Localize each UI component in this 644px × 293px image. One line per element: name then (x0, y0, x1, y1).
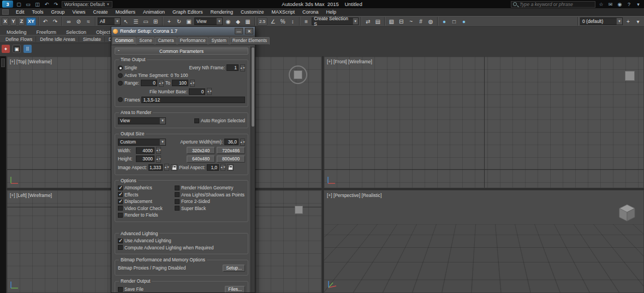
dialog-title-bar[interactable]: Render Setup: Corona 1.7 — ✕ (111, 27, 255, 35)
workspace-selector[interactable]: Workspace: Default ▼ (62, 1, 112, 8)
selection-filter-dropdown[interactable]: All ▼ (98, 17, 121, 25)
viewcube[interactable] (294, 70, 302, 79)
menu-animation[interactable]: Animation (139, 8, 169, 15)
preset-320x240-button[interactable]: 320x240 (187, 147, 215, 154)
ribbon-tab-modeling[interactable]: Modeling (2, 29, 31, 35)
range-from-field[interactable]: 0 (141, 80, 157, 86)
undo-icon[interactable]: ↶ (41, 17, 50, 26)
range-to-field[interactable]: 100 (172, 80, 188, 86)
ribbon-simulate[interactable]: Simulate (80, 37, 105, 42)
axis-xy-button[interactable]: XY (26, 17, 36, 26)
spinner-arrows[interactable]: ▲▼ (240, 64, 245, 71)
menu-group[interactable]: Group (47, 8, 69, 15)
single-radio[interactable] (118, 65, 123, 70)
unlink-selection-icon[interactable]: ⊘ (74, 17, 83, 26)
compute-advanced-lighting-checkbox[interactable] (118, 245, 123, 250)
help-menu-icon[interactable]: ▾ (635, 1, 642, 8)
pixel-aspect-lock-icon[interactable] (227, 164, 234, 171)
aperture-width-field[interactable]: 36,0 (224, 139, 238, 145)
tab-render-elements[interactable]: Render Elements (230, 37, 270, 45)
render-production-icon[interactable]: ● (460, 17, 468, 26)
viewport-front[interactable]: [+] [Front] [Wireframe] (324, 56, 644, 188)
layer-options-icon[interactable]: ▾ (634, 17, 642, 26)
keyboard-override-icon[interactable]: ▦ (243, 17, 252, 26)
tab-camera[interactable]: Camera (155, 37, 176, 45)
render-setup-icon[interactable]: ● (440, 17, 449, 26)
application-menu-button[interactable]: 3 (2, 1, 13, 8)
viewcube[interactable] (617, 202, 637, 222)
layer-manager-icon[interactable]: ▧ (387, 17, 396, 26)
mirror-icon[interactable]: ⇄ (363, 17, 372, 26)
menu-corona[interactable]: Corona (299, 8, 323, 15)
menu-graph-editors[interactable]: Graph Editors (169, 8, 207, 15)
tab-performance[interactable]: Performance (177, 37, 208, 45)
height-field[interactable]: 3000 (136, 156, 154, 162)
scene-explorer-icon[interactable]: ⊟ (397, 17, 406, 26)
image-aspect-field[interactable]: 1,333 (148, 164, 163, 171)
axis-y-button[interactable]: Y (10, 17, 17, 26)
populate-simulate-icon[interactable]: ⠿ (23, 45, 32, 53)
width-field[interactable]: 4000 (136, 147, 154, 154)
area-lights-checkbox[interactable] (175, 192, 180, 197)
displacement-checkbox[interactable] (118, 199, 123, 204)
dialog-scrollbar[interactable] (251, 46, 255, 292)
select-and-move-icon[interactable]: + (165, 17, 174, 26)
schematic-view-icon[interactable]: # (416, 17, 425, 26)
force-2-sided-checkbox[interactable] (175, 199, 180, 204)
edit-named-sets-icon[interactable]: ≡ (302, 17, 311, 26)
window-crossing-icon[interactable]: ⊞ (151, 17, 160, 26)
preset-720x486-button[interactable]: 720x486 (217, 147, 245, 154)
snaps-toggle-button[interactable]: 2.5 (257, 17, 267, 26)
viewcube[interactable] (295, 206, 303, 214)
menu-tools[interactable]: Tools (28, 8, 47, 15)
collapse-icon[interactable]: - (118, 47, 120, 53)
communication-icon[interactable]: ✉ (607, 1, 614, 8)
percent-snap-icon[interactable]: % (278, 17, 287, 26)
create-layer-icon[interactable]: + (624, 17, 633, 26)
angle-snap-icon[interactable]: ∠ (269, 17, 277, 26)
area-to-render-dropdown[interactable]: View ▼ (118, 117, 166, 124)
menu-rendering[interactable]: Rendering (207, 8, 237, 15)
spinner-arrows[interactable]: ▲▼ (156, 156, 161, 163)
files-button[interactable]: Files... (225, 286, 245, 293)
menu-maxscript[interactable]: MAXScript (268, 8, 299, 15)
super-black-checkbox[interactable] (175, 206, 180, 211)
video-color-check-checkbox[interactable] (118, 206, 123, 211)
active-time-segment-radio[interactable] (118, 73, 123, 78)
tab-scene[interactable]: Scene (136, 37, 154, 45)
output-size-preset-dropdown[interactable]: Custom ▼ (118, 139, 166, 146)
viewport-layout-tabs[interactable] (0, 56, 6, 293)
image-aspect-lock-icon[interactable] (171, 164, 177, 171)
viewport-left-label[interactable]: [+] [Left] [Wireframe] (10, 193, 52, 198)
save-file-icon[interactable]: ◫ (34, 1, 41, 8)
pixel-aspect-field[interactable]: 1,0 (207, 164, 219, 171)
spinner-arrows[interactable]: ▲▼ (164, 164, 169, 171)
axis-x-button[interactable]: X (2, 17, 9, 26)
menu-edit[interactable]: Edit (12, 8, 28, 15)
spinner-arrows[interactable]: ▲▼ (190, 80, 195, 87)
menu-views[interactable]: Views (69, 8, 90, 15)
ribbon-define-flows[interactable]: Define Flows (2, 37, 36, 42)
menu-modifiers[interactable]: Modifiers (111, 8, 139, 15)
frames-radio[interactable] (118, 97, 123, 102)
effects-checkbox[interactable] (118, 192, 123, 197)
select-and-link-icon[interactable]: ∞ (64, 17, 73, 26)
undo-quick-icon[interactable]: ↶ (43, 1, 50, 8)
viewport-layout-tab-icon[interactable] (1, 58, 5, 67)
spinner-snap-icon[interactable]: ↕ (288, 17, 297, 26)
every-nth-frame-field[interactable]: 1 (226, 64, 238, 71)
viewport-perspective-label[interactable]: [+] [Perspective] [Realistic] (327, 193, 381, 198)
render-hidden-geometry-checkbox[interactable] (175, 186, 180, 190)
curve-editor-icon[interactable]: ~ (407, 17, 415, 26)
reference-coordinate-dropdown[interactable]: View ▼ (194, 17, 223, 25)
save-file-checkbox[interactable] (118, 287, 123, 292)
use-pivot-center-icon[interactable]: ◉ (224, 17, 232, 26)
viewport-top-label[interactable]: [+] [Top] [Wireframe] (10, 59, 52, 64)
layer-dropdown[interactable]: 0 (default) ▼ (580, 17, 623, 25)
render-to-fields-checkbox[interactable] (118, 213, 123, 218)
viewport-front-label[interactable]: [+] [Front] [Wireframe] (327, 59, 372, 64)
infocenter-search[interactable] (511, 1, 595, 8)
use-advanced-lighting-checkbox[interactable] (118, 238, 123, 243)
select-object-icon[interactable]: ↖ (122, 17, 130, 26)
scrollbar-thumb[interactable] (252, 47, 254, 127)
